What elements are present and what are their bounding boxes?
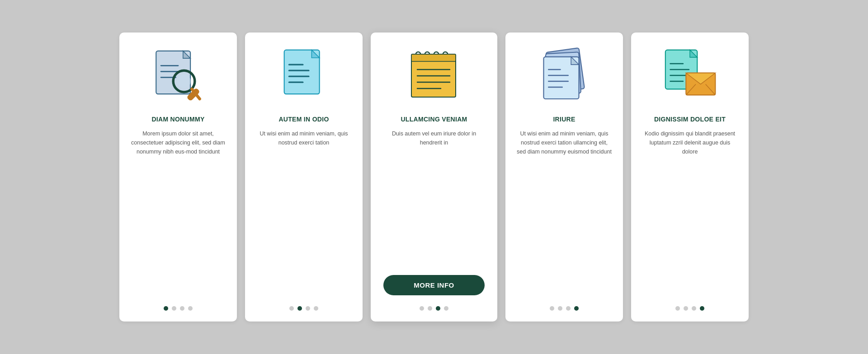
dot xyxy=(436,306,440,311)
dot xyxy=(444,306,448,311)
document-icon xyxy=(274,46,333,105)
card-5: DIGNISSIM DOLOE EIT Kodio dignissim qui … xyxy=(631,33,749,321)
dot xyxy=(314,306,318,311)
dot xyxy=(550,306,554,311)
dot xyxy=(684,306,688,311)
dot xyxy=(692,306,696,311)
dot xyxy=(297,306,302,311)
dot xyxy=(289,306,294,311)
card-2-dots xyxy=(289,306,318,311)
card-4-text: Ut wisi enim ad minim veniam, quis nostr… xyxy=(516,129,612,295)
card-4: IRIURE Ut wisi enim ad minim veniam, qui… xyxy=(505,33,623,321)
card-5-text: Kodio dignissim qui blandit praesent lup… xyxy=(642,129,738,295)
card-4-dots xyxy=(550,306,579,311)
card-1-title: DIAM NONUMMY xyxy=(151,116,204,123)
card-1-dots xyxy=(164,306,193,311)
dot xyxy=(306,306,310,311)
card-1-text: Morem ipsum dolor sit amet, consectetuer… xyxy=(130,129,226,295)
dot xyxy=(574,306,579,311)
dot xyxy=(566,306,571,311)
card-2-text: Ut wisi enim ad minim veniam, quis nostr… xyxy=(256,129,352,295)
dot xyxy=(420,306,424,311)
search-file-icon xyxy=(149,46,208,105)
card-5-title: DIGNISSIM DOLOE EIT xyxy=(654,116,726,123)
dot xyxy=(675,306,680,311)
card-3-text: Duis autem vel eum iriure dolor in hendr… xyxy=(383,129,485,265)
stacked-docs-icon xyxy=(535,46,594,105)
cards-container: DIAM NONUMMY Morem ipsum dolor sit amet,… xyxy=(83,5,785,349)
dot xyxy=(164,306,168,311)
dot xyxy=(428,306,432,311)
card-3-dots xyxy=(420,306,448,311)
card-2-title: AUTEM IN ODIO xyxy=(278,116,329,123)
dot xyxy=(700,306,704,311)
card-5-dots xyxy=(675,306,704,311)
card-3: ULLAMCING VENIAM Duis autem vel eum iriu… xyxy=(371,33,497,321)
dot xyxy=(188,306,193,311)
dot xyxy=(558,306,562,311)
card-2: AUTEM IN ODIO Ut wisi enim ad minim veni… xyxy=(245,33,363,321)
more-info-button[interactable]: MORE INFO xyxy=(383,275,485,295)
doc-mail-icon xyxy=(660,46,719,105)
dot xyxy=(180,306,184,311)
card-1: DIAM NONUMMY Morem ipsum dolor sit amet,… xyxy=(119,33,237,321)
card-3-title: ULLAMCING VENIAM xyxy=(401,116,467,123)
svg-point-5 xyxy=(177,75,191,88)
notebook-icon xyxy=(405,46,463,105)
svg-rect-18 xyxy=(411,54,456,61)
dot xyxy=(172,306,176,311)
card-4-title: IRIURE xyxy=(553,116,575,123)
